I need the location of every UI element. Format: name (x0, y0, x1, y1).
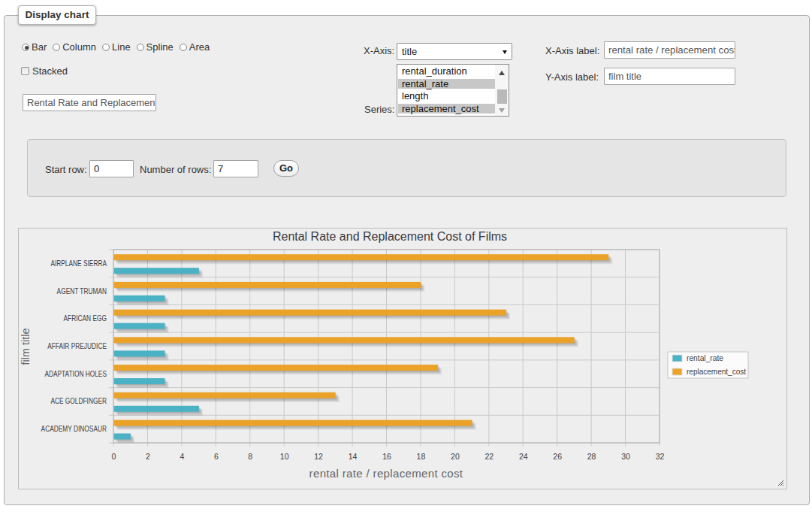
svg-text:ACE GOLDFINGER: ACE GOLDFINGER (50, 397, 107, 405)
svg-text:rental_rate: rental_rate (687, 353, 723, 362)
svg-text:10: 10 (280, 452, 289, 461)
svg-text:14: 14 (349, 452, 358, 461)
svg-text:4: 4 (180, 452, 184, 461)
svg-text:18: 18 (417, 452, 426, 461)
svg-text:20: 20 (451, 452, 460, 461)
svg-text:Rental Rate and Replacement Co: Rental Rate and Replacement Cost of Film… (273, 230, 507, 243)
svg-text:22: 22 (484, 452, 494, 461)
svg-text:ACADEMY DINOSAUR: ACADEMY DINOSAUR (41, 425, 107, 433)
svg-text:12: 12 (314, 452, 323, 461)
svg-text:0: 0 (112, 452, 116, 461)
svg-text:30: 30 (621, 452, 630, 461)
svg-text:24: 24 (519, 452, 528, 461)
svg-text:AIRPLANE SIERRA: AIRPLANE SIERRA (50, 259, 107, 268)
svg-text:replacement_cost: replacement_cost (687, 367, 746, 376)
svg-text:16: 16 (382, 452, 391, 461)
svg-text:26: 26 (553, 452, 562, 461)
svg-text:8: 8 (248, 452, 252, 461)
svg-text:film title: film title (20, 328, 32, 365)
svg-text:ADAPTATION HOLES: ADAPTATION HOLES (44, 370, 107, 378)
svg-text:28: 28 (587, 452, 596, 461)
svg-text:AFFAIR PREJUDICE: AFFAIR PREJUDICE (47, 342, 107, 350)
svg-text:6: 6 (214, 452, 219, 461)
svg-text:2: 2 (146, 452, 150, 461)
svg-text:rental rate / replacement cost: rental rate / replacement cost (309, 467, 463, 480)
svg-text:AFRICAN EGG: AFRICAN EGG (64, 314, 107, 323)
svg-text:AGENT TRUMAN: AGENT TRUMAN (57, 287, 107, 295)
svg-text:32: 32 (656, 452, 665, 461)
